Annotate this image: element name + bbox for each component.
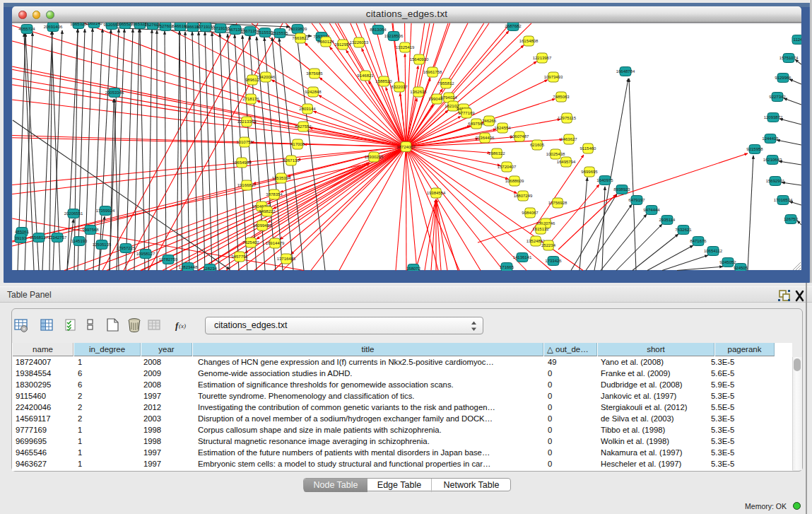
svg-text:8427552: 8427552 xyxy=(295,124,312,129)
svg-text:15692901: 15692901 xyxy=(766,179,785,183)
svg-text:19654985: 19654985 xyxy=(233,160,252,165)
svg-text:20691406: 20691406 xyxy=(44,25,63,29)
svg-text:9227342: 9227342 xyxy=(769,95,786,99)
svg-text:8322037: 8322037 xyxy=(391,85,408,89)
svg-text:17016534: 17016534 xyxy=(774,198,793,202)
svg-text:3875685: 3875685 xyxy=(306,71,323,76)
svg-text:3878354: 3878354 xyxy=(266,192,283,197)
svg-text:7515535: 7515535 xyxy=(271,31,288,35)
svg-text:16099483: 16099483 xyxy=(253,223,272,228)
svg-text:1010755: 1010755 xyxy=(236,140,253,144)
svg-text:11568127: 11568127 xyxy=(30,235,49,240)
svg-text:12505135: 12505135 xyxy=(93,243,112,247)
svg-text:18300295: 18300295 xyxy=(365,155,384,159)
svg-text:12213369: 12213369 xyxy=(237,119,257,124)
svg-text:16914479: 16914479 xyxy=(266,241,285,245)
svg-text:8813054: 8813054 xyxy=(370,28,387,32)
svg-text:8471676: 8471676 xyxy=(690,239,707,243)
svg-text:16154808: 16154808 xyxy=(519,39,539,43)
svg-text:10958127: 10958127 xyxy=(136,252,155,256)
svg-text:10973493: 10973493 xyxy=(544,75,563,79)
svg-text:14136141: 14136141 xyxy=(513,255,532,259)
svg-text:13226053: 13226053 xyxy=(350,40,369,45)
svg-text:2718176: 2718176 xyxy=(242,97,259,101)
svg-text:17359924: 17359924 xyxy=(96,209,115,213)
svg-text:9245052: 9245052 xyxy=(719,260,736,264)
svg-text:9699695: 9699695 xyxy=(581,170,598,174)
svg-text:12093872: 12093872 xyxy=(764,115,783,119)
svg-text:9084067: 9084067 xyxy=(522,211,539,215)
svg-text:128234: 128234 xyxy=(203,267,218,271)
svg-text:18807249: 18807249 xyxy=(514,194,533,198)
svg-text:1362615: 1362615 xyxy=(410,90,427,94)
svg-text:12975115: 12975115 xyxy=(558,116,577,120)
svg-text:9474444: 9474444 xyxy=(643,208,660,212)
svg-text:1065328: 1065328 xyxy=(70,23,87,26)
svg-text:7955812: 7955812 xyxy=(437,81,454,86)
svg-text:8267130: 8267130 xyxy=(283,158,300,163)
svg-text:989612: 989612 xyxy=(245,78,260,82)
svg-text:171665: 171665 xyxy=(500,265,514,269)
svg-text:12213967: 12213967 xyxy=(533,56,552,60)
svg-text:19166827: 19166827 xyxy=(237,183,257,187)
svg-text:1615132: 1615132 xyxy=(532,227,549,231)
svg-text:(x): (x) xyxy=(179,322,186,329)
svg-text:1640975: 1640975 xyxy=(596,178,613,182)
svg-text:16210643: 16210643 xyxy=(763,158,782,162)
svg-text:7663822: 7663822 xyxy=(292,36,309,40)
svg-text:924505: 924505 xyxy=(734,266,748,270)
svg-text:9457791: 9457791 xyxy=(231,255,248,259)
svg-text:1124: 1124 xyxy=(794,37,801,42)
svg-text:4055724: 4055724 xyxy=(18,27,35,31)
svg-text:16033809: 16033809 xyxy=(288,27,307,31)
svg-text:7485063: 7485063 xyxy=(553,95,570,99)
svg-text:12342757: 12342757 xyxy=(48,235,67,240)
svg-text:9242848: 9242848 xyxy=(305,90,322,94)
svg-text:746266: 746266 xyxy=(482,119,497,123)
svg-text:9777169: 9777169 xyxy=(458,111,475,115)
svg-text:19218506: 19218506 xyxy=(384,34,404,38)
svg-text:19384554: 19384554 xyxy=(427,191,446,195)
svg-text:10654112: 10654112 xyxy=(704,249,723,253)
svg-text:13325419: 13325419 xyxy=(396,45,415,49)
svg-text:10782759: 10782759 xyxy=(159,257,178,262)
svg-text:9115460: 9115460 xyxy=(580,146,597,151)
svg-text:13716485: 13716485 xyxy=(277,257,296,261)
svg-text:2069140: 2069140 xyxy=(86,23,102,25)
svg-text:2935114: 2935114 xyxy=(659,218,676,222)
svg-text:9997568: 9997568 xyxy=(82,228,99,232)
svg-text:1733426: 1733426 xyxy=(545,259,562,263)
svg-text:10756928: 10756928 xyxy=(548,201,567,205)
svg-text:6794024: 6794024 xyxy=(440,95,457,100)
svg-text:9463627: 9463627 xyxy=(560,137,577,141)
svg-text:12823448: 12823448 xyxy=(179,265,198,269)
svg-text:10607487: 10607487 xyxy=(510,134,529,139)
svg-text:252234: 252234 xyxy=(541,243,556,247)
svg-text:16961758: 16961758 xyxy=(423,70,442,74)
svg-text:16495794: 16495794 xyxy=(557,160,576,164)
svg-text:6479197: 6479197 xyxy=(628,198,645,202)
svg-text:9146821: 9146821 xyxy=(357,74,374,78)
svg-text:1588520: 1588520 xyxy=(375,79,392,83)
svg-text:1244415: 1244415 xyxy=(762,136,779,141)
svg-text:15720407: 15720407 xyxy=(498,165,517,169)
svg-text:9129966: 9129966 xyxy=(775,76,792,80)
svg-text:8938923: 8938923 xyxy=(613,187,630,192)
svg-text:10688609: 10688609 xyxy=(505,179,524,183)
svg-text:8660124: 8660124 xyxy=(317,40,334,44)
svg-text:21364436: 21364436 xyxy=(476,136,495,140)
svg-text:18724007: 18724007 xyxy=(396,145,416,149)
svg-text:126753: 126753 xyxy=(784,217,799,221)
svg-text:2687682: 2687682 xyxy=(505,24,522,28)
svg-text:2803144: 2803144 xyxy=(299,107,316,111)
svg-text:9215958: 9215958 xyxy=(746,147,763,151)
svg-text:20206551: 20206551 xyxy=(64,211,83,216)
svg-text:621605: 621605 xyxy=(530,143,545,147)
svg-text:1624554: 1624554 xyxy=(494,126,511,130)
svg-text:39193: 39193 xyxy=(15,236,27,240)
svg-text:16648784: 16648784 xyxy=(616,69,635,74)
svg-text:417008: 417008 xyxy=(290,142,305,146)
svg-text:7625402: 7625402 xyxy=(242,240,259,245)
svg-text:7632621: 7632621 xyxy=(675,228,692,232)
svg-text:13535394: 13535394 xyxy=(272,176,291,180)
